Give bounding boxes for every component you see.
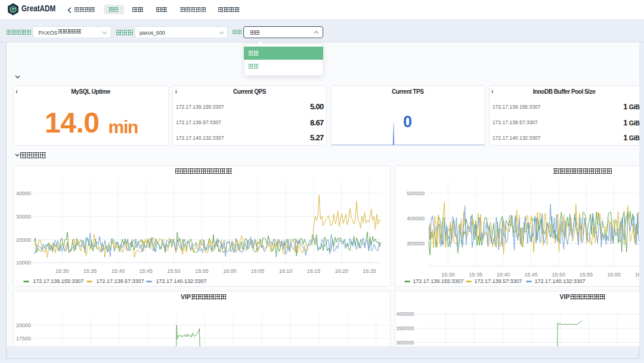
- svg-text:G: G: [11, 5, 16, 13]
